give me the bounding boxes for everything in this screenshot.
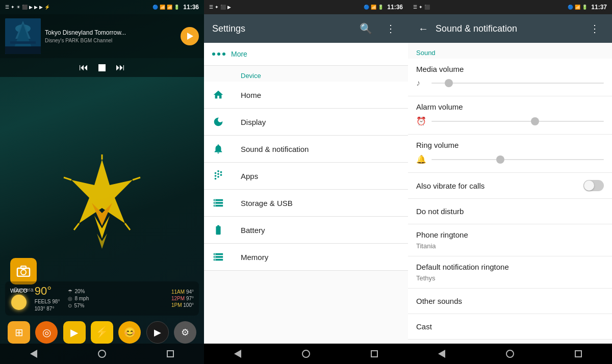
notification-ringtone-item[interactable]: Default notification ringtone Tethys [408,256,612,289]
stop-button[interactable] [98,64,106,71]
svg-rect-4 [5,46,41,54]
weather-wind: ◎ 8 mph [68,296,89,301]
more-item[interactable]: More [204,43,408,66]
cast-item[interactable]: Cast [408,314,612,340]
home-nav-p2[interactable] [302,350,310,358]
apps-icon [212,170,224,182]
notification-ringtone-value: Tethys [416,274,604,282]
camera-icon-box [10,258,37,284]
back-nav-p2[interactable] [234,350,241,358]
dot2 [217,53,220,56]
music-thumbnail [5,18,41,54]
ring-volume-thumb [496,155,504,164]
svg-line-12 [64,177,71,180]
back-button-p3[interactable]: ← [416,21,430,37]
settings-title: Settings [212,23,350,34]
settings-item-battery[interactable]: Battery [204,217,408,244]
weather-city: WACO [10,288,28,294]
music-info: Tokyo Disneyland Tomorrow... Disney's PA… [45,29,176,44]
back-nav-p1[interactable] [30,350,37,358]
search-icon[interactable]: 🔍 [355,20,376,37]
dock-icon-settings[interactable]: ⚙ [174,321,196,344]
settings-item-storage[interactable]: Storage & USB [204,190,408,217]
dot1 [212,53,215,56]
next-button[interactable]: ⏭ [116,62,125,73]
memory-item-label: Memory [241,253,268,262]
dock-icon-media[interactable]: ▶ [63,321,86,344]
battery-item-label: Battery [241,226,265,235]
media-volume-track[interactable] [431,83,604,84]
dock-icon-chrome[interactable]: ◎ [35,321,58,344]
recent-nav-p2[interactable] [371,350,378,357]
home-icon [212,89,224,101]
settings-item-display[interactable]: Display [204,109,408,136]
alarm-volume-track[interactable] [431,121,604,122]
weather-humidity: ☂ 20% [68,289,89,294]
more-options-p3[interactable]: ⋮ [585,20,604,37]
other-sounds-item[interactable]: Other sounds [408,289,612,314]
alarm-volume-row[interactable]: ⏰ [416,114,604,128]
status-time-p3: 11:37 [591,4,607,11]
media-volume-row[interactable]: ♪ [416,76,604,90]
weather-widget: WACO 90° FEELS 98° 103° 87° ☂ 20% ◎ 8 mp… [5,281,199,316]
vibrate-toggle[interactable] [583,180,604,191]
vibrate-label: Also vibrate for calls [416,181,484,190]
dock-icon-puzzle[interactable]: ⊞ [8,321,30,344]
settings-item-apps[interactable]: Apps [204,163,408,190]
sound-item-label: Sound & notification [241,145,309,153]
settings-item-memory[interactable]: Memory [204,244,408,271]
media-volume-item: Media volume ♪ [408,59,612,96]
do-not-disturb-label: Do not disturb [416,207,604,216]
play-button[interactable] [181,27,199,45]
ring-volume-track[interactable] [431,159,604,160]
dock-icon-media2[interactable]: ▶ [146,321,169,344]
status-left-p2: ☰ ✦ ⬛ ▶ [209,5,364,10]
display-icon [212,116,224,128]
forecast-1pm: 1PM 100° [171,302,194,308]
ring-volume-label: Ring volume [416,141,604,149]
svg-rect-17 [21,266,26,269]
home-item-label: Home [241,91,261,99]
ring-volume-item: Ring volume 🔔 [408,135,612,173]
prev-button[interactable]: ⏮ [79,62,88,73]
home-nav-p3[interactable] [506,350,514,358]
back-nav-p3[interactable] [438,350,445,358]
app-dock: ⊞ ◎ ▶ ⚡ 😊 ▶ ⚙ [5,321,199,344]
alarm-volume-label: Alarm volume [416,102,604,111]
music-note-icon: ♪ [416,79,426,88]
dock-icon-pikachu[interactable]: ⚡ [91,321,113,344]
display-item-label: Display [241,118,266,126]
do-not-disturb-item[interactable]: Do not disturb [408,199,612,224]
vibrate-for-calls-item[interactable]: Also vibrate for calls [408,173,612,199]
dock-icon-minion[interactable]: 😊 [118,321,141,344]
settings-item-sound[interactable]: Sound & notification [204,136,408,163]
notification-ringtone-label: Default notification ringtone [416,263,604,271]
ring-volume-row[interactable]: 🔔 [416,152,604,166]
phone-ringtone-value: Titania [416,242,604,250]
storage-icon [212,197,224,209]
phone-ringtone-item[interactable]: Phone ringtone Titania [408,224,612,256]
status-right-p2: 🔵 📶 🔋 11:36 [364,4,403,11]
settings-item-home[interactable]: Home [204,82,408,109]
sound-notification-header: ← Sound & notification ⋮ [408,14,612,43]
music-controls: ⏮ ⏭ [0,58,204,77]
more-label: More [231,50,247,58]
recent-nav-p3[interactable] [575,350,582,357]
home-screen-panel: ☰ ✦ ☀ ⬛ ▶ ▶ ▶ ⚡ 🔵 📶 📶 🔋 11:36 [0,0,204,364]
recent-nav-p1[interactable] [167,350,174,357]
svg-line-11 [74,223,79,230]
status-right-p3: 🔵 📶 🔋 11:37 [568,4,607,11]
more-options-icon[interactable]: ⋮ [381,20,400,37]
forecast-11am: 11AM 94° [171,289,194,295]
nav-bar-p1 [0,344,204,364]
sound-icon [212,143,224,155]
instinct-logo [51,154,153,267]
music-title: Tokyo Disneyland Tomorrow... [45,29,176,37]
forecast-12pm: 12PM 97° [171,296,194,301]
svg-point-16 [21,270,26,275]
svg-line-9 [133,177,140,180]
battery-icon [212,224,224,236]
home-nav-p1[interactable] [98,350,106,358]
other-sounds-label: Other sounds [416,297,604,305]
status-left-p3: ☰ ✦ ⬛ [413,5,568,10]
